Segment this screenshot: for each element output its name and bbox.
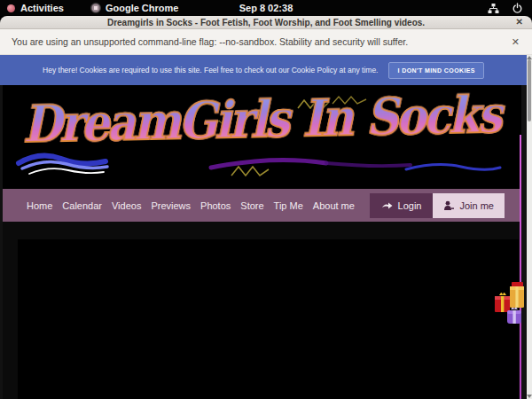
login-label: Login <box>398 200 422 211</box>
login-arrow-icon <box>381 201 393 210</box>
power-icon[interactable] <box>512 3 523 14</box>
activities-indicator-icon <box>7 4 15 12</box>
infobar-close-icon[interactable]: ✕ <box>512 36 520 48</box>
page-scrollbar[interactable] <box>527 55 532 399</box>
chrome-infobar: You are using an unsupported command-lin… <box>0 29 532 55</box>
activities-button[interactable]: Activities <box>20 3 64 13</box>
gnome-top-bar: Activities Google Chrome Sep 8 02:38 <box>0 0 532 16</box>
nav-item-home[interactable]: Home <box>27 200 52 211</box>
login-button[interactable]: Login <box>370 193 434 218</box>
site-header: DreamGirls In Socks <box>3 85 520 189</box>
scrollbar-thumb[interactable] <box>528 59 531 121</box>
nav-item-videos[interactable]: Videos <box>112 200 141 211</box>
site-logo[interactable]: DreamGirls In Socks <box>3 85 520 154</box>
window-titlebar[interactable]: Dreamgirls in Socks - Foot Fetish, Foot … <box>0 16 532 29</box>
focused-app-label: Google Chrome <box>106 3 179 13</box>
nav-item-store[interactable]: Store <box>240 200 263 211</box>
nav-item-calendar[interactable]: Calendar <box>62 200 102 211</box>
infobar-message: You are using an unsupported command-lin… <box>0 36 408 47</box>
chrome-app-icon <box>90 3 101 13</box>
content-accent-border <box>520 135 521 399</box>
window-title: Dreamgirls in Socks - Foot Fetish, Foot … <box>107 18 425 27</box>
nav-item-tipme[interactable]: Tip Me <box>274 200 303 211</box>
nav-items: Home Calendar Videos Previews Photos Sto… <box>3 200 355 211</box>
video-content-area[interactable] <box>18 239 519 399</box>
cookie-banner: Hey there! Cookies are required to use t… <box>0 55 527 85</box>
nav-item-photos[interactable]: Photos <box>200 200 231 211</box>
nav-item-previews[interactable]: Previews <box>151 200 191 211</box>
cookie-message: Hey there! Cookies are required to use t… <box>43 66 378 74</box>
focused-app-menu[interactable]: Google Chrome <box>90 3 179 13</box>
network-icon[interactable] <box>488 3 499 14</box>
cookie-accept-button[interactable]: I DON'T MIND COOKIES <box>388 62 483 79</box>
site-navbar: Home Calendar Videos Previews Photos Sto… <box>3 189 520 222</box>
nav-actions: Login Join me <box>370 193 520 218</box>
window-close-icon[interactable]: ✕ <box>516 17 523 27</box>
join-me-button[interactable]: Join me <box>433 193 505 218</box>
gift-boxes-icon[interactable] <box>493 278 527 328</box>
add-user-icon <box>443 200 454 211</box>
scrollbar-down-icon[interactable] <box>527 395 532 398</box>
join-me-label: Join me <box>459 200 494 211</box>
nav-item-aboutme[interactable]: About me <box>313 200 355 211</box>
